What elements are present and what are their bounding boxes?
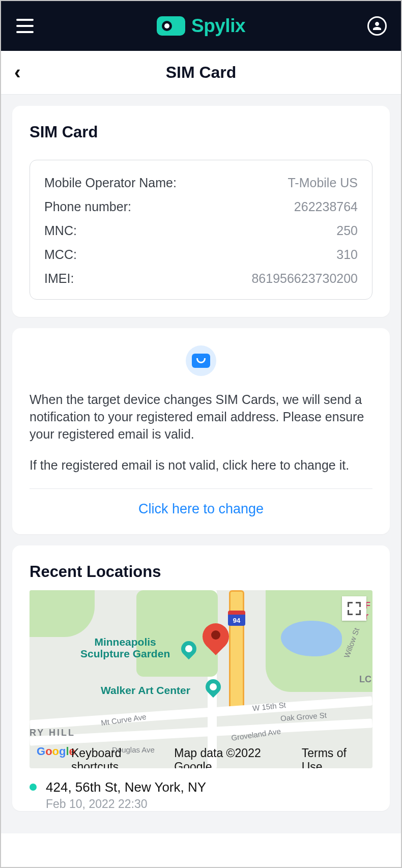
map-terms-link[interactable]: Terms of Use xyxy=(302,746,364,768)
map[interactable]: 94 Minneapolis Sculpture Garden Walker A… xyxy=(30,590,372,768)
page-title: SIM Card xyxy=(1,63,401,82)
highway-shield-icon: 94 xyxy=(228,611,245,626)
sim-label: IMEI: xyxy=(44,271,74,286)
notification-panel: When the target device changes SIM Cards… xyxy=(12,328,390,534)
map-poi-pin-icon xyxy=(203,676,224,698)
hamburger-menu-icon[interactable] xyxy=(15,16,35,36)
sim-value: 262238764 xyxy=(294,199,358,214)
map-street-label: Oak Grove St xyxy=(280,711,327,722)
recent-locations-panel: Recent Locations 94 Minneapolis Sculptur… xyxy=(12,545,390,811)
location-timestamp: Feb 10, 2022 22:30 xyxy=(46,797,206,811)
logo-mark-icon xyxy=(157,16,185,36)
back-chevron-icon[interactable]: ‹ xyxy=(14,62,21,83)
mail-icon-wrap xyxy=(30,345,372,376)
map-keyboard-shortcuts-link[interactable]: Keyboard shortcuts xyxy=(71,746,163,768)
map-marker-icon xyxy=(203,623,229,659)
sim-card-panel: SIM Card Mobile Operator Name: T-Mobile … xyxy=(12,106,390,317)
sim-row-mcc: MCC: 310 xyxy=(44,247,358,262)
brand-name: Spylix xyxy=(191,15,245,37)
map-attribution-bar: Keyboard shortcuts Map data ©2022 Google… xyxy=(30,753,372,768)
notification-text-2: If the registered email is not valid, cl… xyxy=(30,457,372,474)
top-app-bar: Spylix xyxy=(1,1,401,51)
map-neighborhood-label: RY HILL xyxy=(30,728,75,738)
sim-value: 250 xyxy=(336,223,358,238)
map-truncated-label: LC xyxy=(359,674,371,685)
sim-card-heading: SIM Card xyxy=(30,123,372,141)
map-poi-label: Minneapolis Sculpture Garden xyxy=(80,636,170,659)
sim-info-box: Mobile Operator Name: T-Mobile US Phone … xyxy=(30,160,372,300)
sim-label: Mobile Operator Name: xyxy=(44,176,177,190)
sim-row-mnc: MNC: 250 xyxy=(44,223,358,238)
divider xyxy=(30,488,372,489)
map-background: 94 Minneapolis Sculpture Garden Walker A… xyxy=(30,590,372,768)
brand-logo[interactable]: Spylix xyxy=(157,15,245,37)
location-address: 424, 56th St, New York, NY xyxy=(46,779,206,795)
map-poi-label: Walker Art Center xyxy=(101,684,190,697)
sim-label: Phone number: xyxy=(44,199,131,214)
map-fullscreen-button[interactable] xyxy=(342,596,366,621)
sim-label: MCC: xyxy=(44,247,77,262)
account-icon[interactable] xyxy=(367,16,387,36)
sim-row-imei: IMEI: 861956623730200 xyxy=(44,271,358,286)
sim-label: MNC: xyxy=(44,223,77,238)
notification-text-1: When the target device changes SIM Cards… xyxy=(30,391,372,443)
sim-row-phone: Phone number: 262238764 xyxy=(44,199,358,214)
change-email-link[interactable]: Click here to change xyxy=(30,501,372,517)
sim-value: 310 xyxy=(336,247,358,262)
recent-locations-heading: Recent Locations xyxy=(30,563,372,581)
location-dot-icon xyxy=(30,784,37,791)
page-title-bar: ‹ SIM Card xyxy=(1,51,401,95)
location-list-item[interactable]: 424, 56th St, New York, NY Feb 10, 2022 … xyxy=(30,768,372,811)
page-content: SIM Card Mobile Operator Name: T-Mobile … xyxy=(1,95,401,833)
sim-row-operator: Mobile Operator Name: T-Mobile US xyxy=(44,176,358,190)
fullscreen-icon xyxy=(348,602,361,615)
sim-value: T-Mobile US xyxy=(288,176,358,190)
mail-icon xyxy=(186,345,216,376)
sim-value: 861956623730200 xyxy=(251,271,358,286)
map-attribution-text: Map data ©2022 Google xyxy=(174,746,290,768)
